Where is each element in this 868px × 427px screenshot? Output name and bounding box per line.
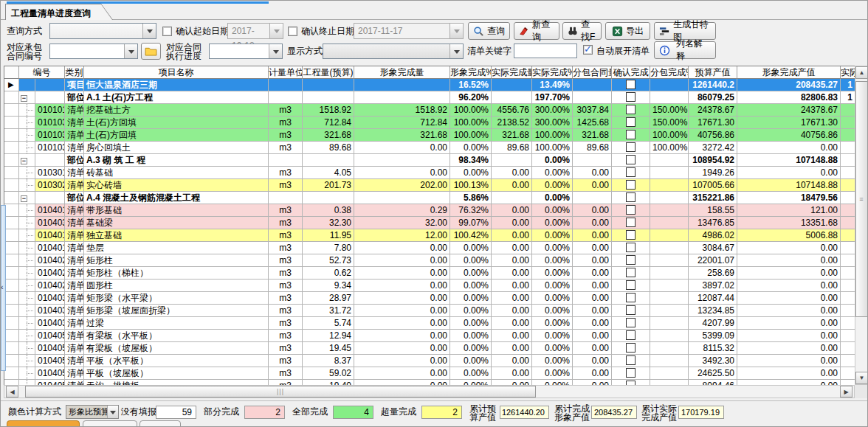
confirm-checkbox[interactable] bbox=[626, 180, 636, 190]
confirm-checkbox[interactable] bbox=[626, 142, 636, 152]
browse-folder-button[interactable] bbox=[141, 43, 161, 60]
chevron-down-icon[interactable] bbox=[450, 44, 463, 58]
vertical-scrollbar[interactable]: ▲ ≡ ▼ bbox=[855, 66, 868, 385]
confirm-checkbox[interactable] bbox=[626, 80, 636, 89]
confirm-start-checkbox[interactable] bbox=[162, 27, 172, 36]
column-header-qty_budget[interactable]: 工程量(预算) bbox=[303, 66, 354, 79]
scroll-down-icon[interactable]: ▼ bbox=[855, 372, 868, 384]
end-date-field[interactable]: 2017-11-17 bbox=[354, 23, 464, 39]
column-header-act_pct[interactable]: 实际完成% bbox=[532, 66, 573, 79]
table-row[interactable]: 010103清单房心回填土m389.680.000.00%89.68100.00… bbox=[4, 142, 855, 154]
display-mode-select[interactable] bbox=[323, 44, 464, 59]
confirm-checkbox[interactable] bbox=[626, 280, 636, 290]
table-row[interactable]: 010405清单平板（坡屋板）m359.020.000.00%0.000.00%… bbox=[4, 367, 855, 380]
scroll-up-icon[interactable]: ▲ bbox=[855, 66, 868, 79]
vertical-scroll-thumb[interactable]: ≡ bbox=[855, 81, 868, 317]
collapse-icon[interactable]: − bbox=[21, 195, 27, 202]
chevron-down-icon[interactable] bbox=[124, 44, 137, 58]
auto-expand-checkbox[interactable] bbox=[583, 45, 593, 55]
table-row[interactable]: 010401清单带形基础m30.380.2976.32%0.000.00%0.0… bbox=[4, 204, 855, 217]
table-row[interactable]: 010405清单有梁板（坡屋板）m319.450.000.00%0.000.00… bbox=[4, 342, 855, 355]
table-row[interactable]: 010402清单矩形柱（梯柱）m30.620.000.00%0.000.00%0… bbox=[4, 267, 855, 280]
confirm-checkbox[interactable] bbox=[626, 155, 636, 164]
table-row[interactable]: 010405清单天沟、挑檐板m319.400.000.00%0.000.00%0… bbox=[4, 380, 855, 385]
table-row[interactable]: 010402清单圆形柱m39.340.000.00%0.000.00%0.003… bbox=[4, 280, 855, 292]
table-row[interactable]: 010402清单矩形柱m352.730.000.00%0.000.00%0.00… bbox=[4, 254, 855, 267]
confirm-checkbox[interactable] bbox=[626, 330, 636, 340]
column-header-img_val[interactable]: 形象完成产值 bbox=[737, 66, 841, 79]
start-date-field[interactable]: 2017-10-18 bbox=[227, 23, 283, 39]
scroll-left-icon[interactable]: ◀ bbox=[6, 386, 18, 398]
chevron-down-icon[interactable] bbox=[269, 44, 282, 58]
confirm-checkbox[interactable] bbox=[626, 205, 636, 215]
column-header-act_val[interactable]: 实际完成产值 bbox=[841, 66, 855, 79]
confirm-checkbox[interactable] bbox=[626, 130, 636, 139]
column-header-code[interactable]: 编号 bbox=[19, 66, 65, 79]
table-row[interactable]: −部位A.4 混凝土及钢筋混凝土工程5.86%0.00%315221.86184… bbox=[4, 192, 855, 204]
find-button[interactable]: 查找F bbox=[562, 22, 602, 40]
collapse-icon[interactable]: − bbox=[21, 95, 27, 102]
chevron-down-icon[interactable] bbox=[142, 24, 156, 38]
confirm-checkbox[interactable] bbox=[626, 218, 636, 227]
column-help-button[interactable]: 列名解释 bbox=[654, 41, 716, 59]
new-query-button[interactable]: 新查询 bbox=[514, 22, 559, 40]
collapse-icon[interactable]: − bbox=[21, 158, 27, 164]
keyword-input[interactable] bbox=[514, 44, 577, 58]
table-row[interactable]: −部位A.3 砌 筑 工 程98.34%0.00%108954.92107148… bbox=[4, 154, 855, 167]
table-row[interactable]: 010403清单过梁m35.740.000.00%0.000.00%0.0042… bbox=[4, 317, 855, 330]
confirm-checkbox[interactable] bbox=[626, 368, 636, 378]
column-header-budget_val[interactable]: 预算产值 bbox=[689, 66, 737, 79]
column-header-name[interactable]: 项目名称 bbox=[84, 66, 269, 79]
chevron-down-icon[interactable] bbox=[269, 24, 283, 38]
column-header-act_qty[interactable]: 实际完成量 bbox=[492, 66, 532, 79]
confirm-checkbox[interactable] bbox=[626, 105, 636, 114]
table-row[interactable]: 010405清单平板（水平板）m38.370.000.00%0.000.00%0… bbox=[4, 355, 855, 367]
contract-progress-select[interactable] bbox=[209, 44, 283, 59]
confirm-checkbox[interactable] bbox=[626, 192, 636, 202]
chevron-down-icon[interactable] bbox=[107, 406, 118, 418]
confirm-checkbox[interactable] bbox=[626, 167, 636, 177]
confirm-checkbox[interactable] bbox=[626, 117, 636, 127]
column-header-unit[interactable]: 计量单位 bbox=[269, 66, 303, 79]
table-row[interactable]: −部位A.1 土(石)方工程96.20%197.70%86079.2582806… bbox=[4, 91, 855, 104]
collapse-panel-handle[interactable] bbox=[1, 205, 6, 371]
table-row[interactable]: 010401清单垫层m37.800.000.00%0.000.00%0.0030… bbox=[4, 242, 855, 254]
column-header-img_qty[interactable]: 形象完成量 bbox=[354, 66, 450, 79]
scroll-right-icon[interactable]: ▶ bbox=[840, 386, 852, 398]
table-row[interactable]: 010403清单矩形梁（水平梁）m328.970.000.00%0.000.00… bbox=[4, 292, 855, 305]
confirm-checkbox[interactable] bbox=[626, 255, 636, 265]
table-row[interactable]: 010403清单矩形梁（坡屋面折梁）m331.720.000.00%0.000.… bbox=[4, 305, 855, 317]
contract-no-select[interactable] bbox=[49, 44, 138, 59]
horizontal-scrollbar[interactable]: ◀ ||| ▶ bbox=[4, 385, 855, 398]
chevron-down-icon[interactable] bbox=[450, 24, 463, 38]
column-header-cat[interactable]: 类别 bbox=[65, 66, 84, 79]
table-row[interactable]: 010403清单基础梁m332.3032.0099.07%0.000.00%0.… bbox=[4, 217, 855, 229]
table-row[interactable]: ▶项目恒大温泉酒店三期16.52%13.49%1261440.2208435.2… bbox=[4, 79, 855, 91]
column-header-img_pct[interactable]: 形象完成% bbox=[450, 66, 492, 79]
bottom-tab-active[interactable] bbox=[7, 420, 80, 427]
confirm-checkbox[interactable] bbox=[626, 355, 636, 365]
table-row[interactable]: 010101清单挖基础土方m31518.921518.92100.00%4556… bbox=[4, 104, 855, 117]
confirm-checkbox[interactable] bbox=[626, 318, 636, 327]
table-row[interactable]: 010103清单土(石)方回填m3321.68321.68100.00%321.… bbox=[4, 129, 855, 142]
column-header-sub_pct[interactable]: 分包完成% bbox=[650, 66, 689, 79]
table-row[interactable]: 010302清单实心砖墙m3201.73202.00100.13%0.000.0… bbox=[4, 179, 855, 192]
search-button[interactable]: 查询 bbox=[468, 22, 510, 40]
table-row[interactable]: 010405清单有梁板（水平板）m312.940.000.00%0.000.00… bbox=[4, 330, 855, 342]
bottom-tab-3[interactable] bbox=[140, 420, 181, 427]
color-mode-select[interactable]: 形象比预算 bbox=[66, 405, 119, 419]
confirm-checkbox[interactable] bbox=[626, 305, 636, 315]
confirm-checkbox[interactable] bbox=[626, 293, 636, 302]
table-row[interactable]: 010301清单砖基础m34.050.000.00%0.000.00%0.001… bbox=[4, 167, 855, 179]
column-header-indicator[interactable] bbox=[4, 66, 19, 79]
confirm-checkbox[interactable] bbox=[626, 268, 636, 277]
confirm-checkbox[interactable] bbox=[626, 243, 636, 252]
confirm-checkbox[interactable] bbox=[626, 230, 636, 240]
confirm-end-checkbox[interactable] bbox=[288, 27, 297, 36]
column-header-sub_qty[interactable]: 分包合同量 bbox=[573, 66, 612, 79]
table-row[interactable]: 010103清单土(石)方回填m3712.84712.84100.00%2138… bbox=[4, 117, 855, 129]
bottom-tab-2[interactable] bbox=[83, 420, 137, 427]
table-row[interactable]: 010401清单独立基础m311.9512.00100.42%0.000.00%… bbox=[4, 229, 855, 242]
confirm-checkbox[interactable] bbox=[626, 92, 636, 102]
column-header-confirm[interactable]: 确认完成 bbox=[612, 66, 650, 79]
